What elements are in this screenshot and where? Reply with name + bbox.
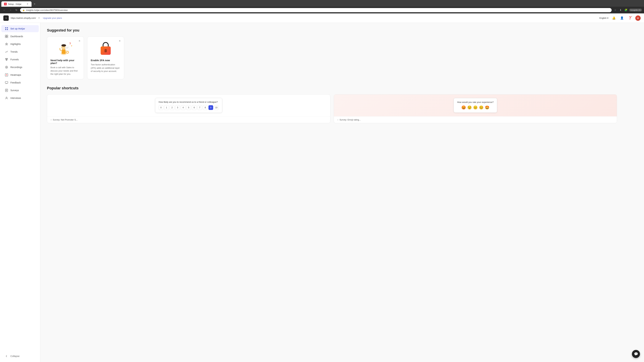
emoji-2[interactable]: 😟 bbox=[467, 105, 472, 110]
lock-keyhole bbox=[104, 49, 107, 52]
dashboards-icon bbox=[5, 34, 8, 38]
svg-rect-2 bbox=[5, 27, 6, 28]
svg-rect-28 bbox=[66, 46, 69, 51]
lock-shackle bbox=[103, 42, 109, 47]
emoji-3[interactable]: 😐 bbox=[473, 105, 478, 110]
lock-body bbox=[100, 46, 111, 55]
emoji-4[interactable]: 😊 bbox=[479, 105, 484, 110]
emoji-question: How would you rate your experience? bbox=[457, 101, 494, 103]
nps-7[interactable]: 7 bbox=[198, 105, 202, 110]
sidebar-label-feedback: Feedback bbox=[10, 81, 21, 84]
notifications-icon[interactable]: 🔔 bbox=[611, 15, 616, 21]
help-icon[interactable]: ❓ bbox=[627, 15, 632, 21]
nps-4[interactable]: 4 bbox=[181, 105, 186, 110]
highlights-icon bbox=[5, 42, 8, 46]
back-button[interactable]: ← bbox=[2, 8, 7, 12]
sidebar-item-trends[interactable]: Trends bbox=[1, 48, 39, 55]
new-tab-button[interactable]: + bbox=[32, 2, 37, 6]
header-right: English ▾ 🔔 👤 ❓ U bbox=[600, 15, 641, 21]
download-icon[interactable]: ⬇ bbox=[618, 8, 623, 12]
nps-label-icon: ○ bbox=[50, 118, 52, 121]
svg-rect-18 bbox=[5, 81, 8, 83]
nps-10[interactable]: 10 bbox=[214, 105, 219, 110]
recordings-icon bbox=[5, 65, 8, 69]
language-chevron-icon: ▾ bbox=[607, 17, 608, 19]
address-text: insights.hotjar.com/sites/3837583/overvi… bbox=[26, 9, 68, 11]
sidebar-item-interviews[interactable]: Interviews bbox=[1, 94, 39, 102]
sidebar-item-feedback[interactable]: Feedback bbox=[1, 79, 39, 86]
upgrade-link[interactable]: Upgrade your plans bbox=[43, 17, 62, 19]
bookmark-icon[interactable]: ☆ bbox=[613, 8, 618, 12]
nps-0[interactable]: 0 bbox=[159, 105, 163, 110]
app-header: S https://admin.shopify.com/ ▾ Upgrade y… bbox=[0, 13, 644, 23]
incognito-badge[interactable]: Incognito (2) bbox=[629, 8, 642, 11]
sidebar-item-setup[interactable]: Set up Hotjar bbox=[1, 25, 39, 32]
sidebar-item-heatmaps[interactable]: Heatmaps bbox=[1, 71, 39, 78]
tab-title: Setup - Hotjar bbox=[8, 3, 25, 5]
surveys-icon bbox=[5, 88, 8, 92]
emoji-widget: How would you rate your experience? 😡 😟 … bbox=[454, 98, 497, 113]
svg-text:?: ? bbox=[71, 45, 72, 47]
svg-rect-10 bbox=[5, 58, 8, 59]
user-avatar[interactable]: U bbox=[635, 15, 641, 21]
toolbar-icons: ☆ ⬇ 🧩 Incognito (2) bbox=[613, 8, 642, 12]
nps-1[interactable]: 1 bbox=[164, 105, 169, 110]
nps-5[interactable]: 5 bbox=[186, 105, 191, 110]
chat-support-button[interactable]: 💬 bbox=[632, 350, 640, 358]
nps-label-text: Survey: Net Promoter S... bbox=[53, 118, 78, 121]
help-dot bbox=[631, 16, 632, 17]
emoji-shortcut-card[interactable]: How would you rate your experience? 😡 😟 … bbox=[334, 94, 617, 123]
address-bar[interactable]: 🔒 insights.hotjar.com/sites/3837583/over… bbox=[20, 8, 612, 12]
heatmaps-icon bbox=[5, 73, 8, 77]
sidebar-item-funnels[interactable]: Funnels bbox=[1, 56, 39, 63]
emoji-row: 😡 😟 😐 😊 🤩 bbox=[457, 105, 494, 110]
forward-button[interactable]: → bbox=[8, 8, 13, 12]
emoji-label-text: Survey: Emoji rating... bbox=[340, 118, 361, 121]
sidebar: Set up Hotjar Dashboards Highlights Tren… bbox=[0, 23, 40, 362]
admin-url-text: https://admin.shopify.com/ bbox=[11, 17, 36, 19]
sidebar-item-recordings[interactable]: Recordings bbox=[1, 64, 39, 71]
sidebar-item-dashboards[interactable]: Dashboards bbox=[1, 33, 39, 40]
nps-2[interactable]: 2 bbox=[170, 105, 174, 110]
collapse-button[interactable]: Collapse bbox=[1, 353, 39, 360]
svg-text:S: S bbox=[6, 17, 7, 19]
add-user-icon[interactable]: 👤 bbox=[619, 15, 624, 21]
nps-scale: 0 1 2 3 4 5 6 7 8 9 10 bbox=[159, 105, 219, 110]
help-plan-close-button[interactable]: ✕ bbox=[78, 39, 81, 43]
nps-shortcut-card[interactable]: How likely are you to recommend us to a … bbox=[47, 94, 330, 123]
nps-3[interactable]: 3 bbox=[175, 105, 180, 110]
shortcuts-title: Popular shortcuts bbox=[47, 86, 637, 90]
svg-rect-8 bbox=[5, 36, 6, 38]
nps-question: How likely are you to recommend us to a … bbox=[159, 101, 219, 103]
enable-2fa-close-button[interactable]: ✕ bbox=[118, 39, 122, 43]
help-plan-title: Need help with your plan? bbox=[50, 59, 80, 64]
language-selector[interactable]: English ▾ bbox=[600, 17, 608, 19]
extensions-icon[interactable]: 🧩 bbox=[624, 8, 628, 12]
ssl-icon: 🔒 bbox=[22, 9, 25, 11]
emoji-shortcut-label: ○ Survey: Emoji rating... bbox=[334, 116, 617, 123]
nps-8[interactable]: 8 bbox=[203, 105, 208, 110]
sidebar-label-dashboards: Dashboards bbox=[10, 35, 23, 38]
active-tab[interactable]: H Setup - Hotjar ✕ bbox=[1, 1, 32, 7]
nps-6[interactable]: 6 bbox=[192, 105, 196, 110]
trends-icon bbox=[5, 50, 8, 54]
svg-point-35 bbox=[67, 52, 68, 53]
sidebar-item-highlights[interactable]: Highlights bbox=[1, 40, 39, 48]
reload-button[interactable]: ↻ bbox=[14, 8, 19, 12]
nps-9[interactable]: 9 bbox=[208, 105, 213, 110]
svg-rect-25 bbox=[62, 49, 66, 54]
emoji-5[interactable]: 🤩 bbox=[485, 105, 489, 110]
enable-2fa-card: ✕ Enable 2FA now Two-factor authenticati… bbox=[87, 36, 124, 79]
close-tab-button[interactable]: ✕ bbox=[26, 3, 29, 5]
svg-point-23 bbox=[6, 97, 7, 98]
sidebar-item-surveys[interactable]: Surveys bbox=[1, 87, 39, 94]
app-wrapper: S https://admin.shopify.com/ ▾ Upgrade y… bbox=[0, 13, 644, 362]
tab-bar: H Setup - Hotjar ✕ + bbox=[0, 0, 644, 7]
sidebar-label-setup: Set up Hotjar bbox=[10, 27, 25, 30]
main-content: Suggested for you ✕ bbox=[40, 23, 644, 362]
svg-text:?: ? bbox=[69, 42, 71, 45]
admin-url-chevron-icon[interactable]: ▾ bbox=[38, 17, 40, 19]
emoji-1[interactable]: 😡 bbox=[461, 105, 466, 110]
lock-illustration bbox=[100, 42, 111, 55]
svg-rect-7 bbox=[7, 35, 8, 36]
